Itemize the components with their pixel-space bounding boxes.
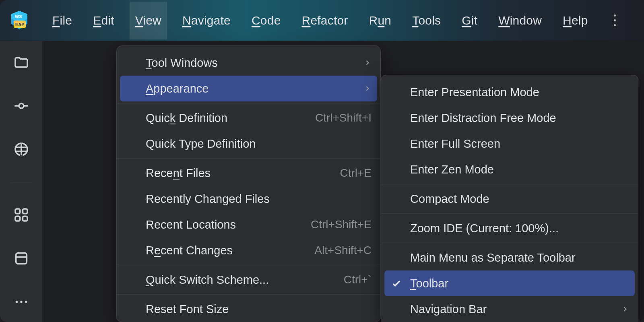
menu-label: Enter Zen Mode: [410, 163, 494, 176]
menu-separator: [117, 158, 380, 159]
menu-label: Quick Switch Scheme...: [146, 273, 269, 287]
menu-tools[interactable]: Tools: [407, 2, 446, 39]
view-item-reset-font-size[interactable]: Reset Font Size: [117, 296, 380, 322]
structure-icon[interactable]: [10, 203, 33, 227]
menu-label: Reset Font Size: [146, 303, 229, 316]
services-icon[interactable]: [10, 138, 33, 161]
view-item-quick-switch-scheme[interactable]: Quick Switch Scheme...Ctrl+`: [117, 267, 380, 293]
menu-label: Enter Distraction Free Mode: [410, 111, 556, 125]
appearance-item-enter-presentation-mode[interactable]: Enter Presentation Mode: [381, 79, 638, 105]
menu-label: Quick Type Definition: [146, 137, 256, 151]
menu-label: Zoom IDE (Current: 100%)...: [410, 222, 559, 235]
shortcut-label: Ctrl+Shift+E: [311, 218, 372, 231]
app-logo-icon: WS EAP: [9, 10, 30, 31]
appearance-item-enter-distraction-free-mode[interactable]: Enter Distraction Free Mode: [381, 105, 638, 131]
menu-code[interactable]: Code: [246, 2, 287, 39]
view-menu-dropdown: Tool WindowsAppearanceQuick DefinitionCt…: [116, 45, 381, 322]
svg-rect-8: [16, 253, 27, 264]
menu-refactor[interactable]: Refactor: [296, 2, 354, 39]
view-item-recent-changes[interactable]: Recent ChangesAlt+Shift+C: [117, 237, 380, 263]
bookmarks-icon[interactable]: [10, 247, 33, 270]
svg-point-11: [25, 301, 27, 303]
chevron-right-icon: [363, 59, 372, 67]
svg-text:EAP: EAP: [15, 22, 25, 27]
shortcut-label: Alt+Shift+C: [314, 244, 372, 257]
view-item-quick-definition[interactable]: Quick DefinitionCtrl+Shift+I: [117, 105, 380, 131]
shortcut-label: Ctrl+E: [340, 167, 372, 180]
menu-navigate[interactable]: Navigate: [177, 2, 236, 39]
svg-text:WS: WS: [15, 14, 22, 19]
appearance-submenu-dropdown: Enter Presentation ModeEnter Distraction…: [381, 75, 638, 322]
commit-icon[interactable]: [10, 94, 33, 118]
svg-point-10: [20, 301, 22, 303]
menu-label: Recent Locations: [146, 218, 236, 231]
menu-separator: [381, 243, 638, 243]
menu-separator: [117, 265, 380, 265]
left-toolbar: [0, 41, 43, 322]
appearance-item-compact-mode[interactable]: Compact Mode: [381, 186, 638, 212]
view-item-tool-windows[interactable]: Tool Windows: [117, 50, 380, 76]
chevron-right-icon: [621, 305, 629, 313]
svg-rect-6: [23, 209, 27, 214]
kebab-icon[interactable]: [611, 11, 619, 29]
view-item-recent-locations[interactable]: Recent LocationsCtrl+Shift+E: [117, 212, 380, 237]
menu-label: Recently Changed Files: [146, 192, 270, 206]
check-icon: [391, 278, 402, 289]
appearance-item-zoom-ide-current-100[interactable]: Zoom IDE (Current: 100%)...: [381, 215, 638, 241]
menu-label: Quick Definition: [146, 111, 227, 125]
menu-label: Navigation Bar: [410, 303, 487, 316]
menu-separator: [117, 294, 380, 295]
more-icon[interactable]: [10, 290, 33, 314]
svg-rect-4: [15, 209, 20, 214]
appearance-item-enter-zen-mode[interactable]: Enter Zen Mode: [381, 157, 638, 182]
menu-label: Toolbar: [410, 277, 448, 290]
menu-run[interactable]: Run: [363, 2, 397, 39]
menu-separator: [381, 184, 638, 184]
menu-label: Compact Mode: [410, 192, 489, 206]
menu-label: Main Menu as Separate Toolbar: [410, 251, 576, 264]
menu-help[interactable]: Help: [557, 2, 594, 39]
menu-separator: [381, 213, 638, 214]
shortcut-label: Ctrl+Shift+I: [315, 111, 372, 124]
view-item-recent-files[interactable]: Recent FilesCtrl+E: [117, 160, 380, 186]
menu-label: Enter Presentation Mode: [410, 86, 539, 99]
chevron-right-icon: [363, 85, 372, 93]
view-item-quick-type-definition[interactable]: Quick Type Definition: [117, 131, 380, 157]
project-icon[interactable]: [10, 51, 33, 74]
menu-edit[interactable]: Edit: [87, 2, 120, 39]
menu-separator: [117, 103, 380, 103]
appearance-item-toolbar[interactable]: Toolbar: [384, 270, 635, 296]
view-item-recently-changed-files[interactable]: Recently Changed Files: [117, 186, 380, 212]
menu-label: Tool Windows: [146, 56, 218, 70]
menu-file[interactable]: File: [47, 2, 78, 39]
menu-view[interactable]: View: [130, 2, 167, 39]
menu-window[interactable]: Window: [493, 2, 547, 39]
view-item-appearance[interactable]: Appearance: [120, 76, 377, 101]
main-menubar: WS EAP File Edit View Navigate Code Refa…: [0, 0, 644, 41]
svg-point-3: [19, 103, 24, 108]
menu-label: Appearance: [146, 82, 208, 95]
menu-label: Enter Full Screen: [410, 137, 500, 151]
svg-rect-5: [15, 216, 20, 221]
menu-git[interactable]: Git: [456, 2, 483, 39]
appearance-item-enter-full-screen[interactable]: Enter Full Screen: [381, 131, 638, 157]
appearance-item-navigation-bar[interactable]: Navigation Bar: [381, 296, 638, 322]
appearance-item-main-menu-as-separate-toolbar[interactable]: Main Menu as Separate Toolbar: [381, 245, 638, 270]
shortcut-label: Ctrl+`: [344, 273, 372, 286]
menu-label: Recent Files: [146, 167, 211, 180]
sidebar-separator: [10, 182, 33, 182]
menu-label: Recent Changes: [146, 244, 233, 257]
svg-rect-7: [23, 216, 27, 221]
svg-point-9: [15, 301, 17, 303]
